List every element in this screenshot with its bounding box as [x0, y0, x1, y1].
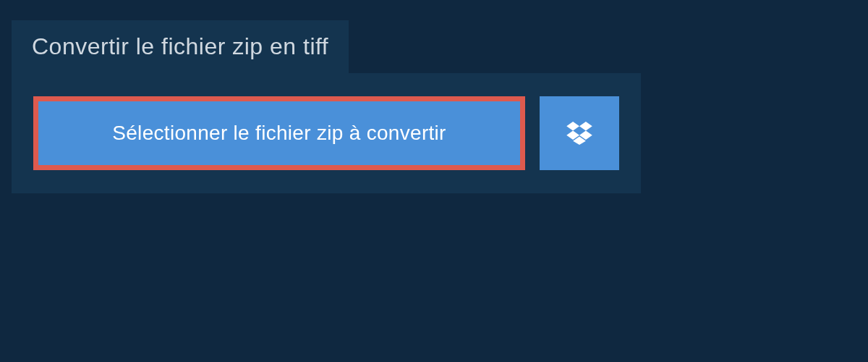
upload-panel: Sélectionner le fichier zip à convertir [12, 73, 641, 193]
header-tab: Convertir le fichier zip en tiff [12, 20, 349, 73]
select-file-button[interactable]: Sélectionner le fichier zip à convertir [33, 96, 525, 170]
page-title: Convertir le fichier zip en tiff [32, 33, 328, 59]
dropbox-button[interactable] [540, 96, 619, 170]
dropbox-icon [566, 122, 592, 145]
select-file-label: Sélectionner le fichier zip à convertir [112, 122, 446, 145]
